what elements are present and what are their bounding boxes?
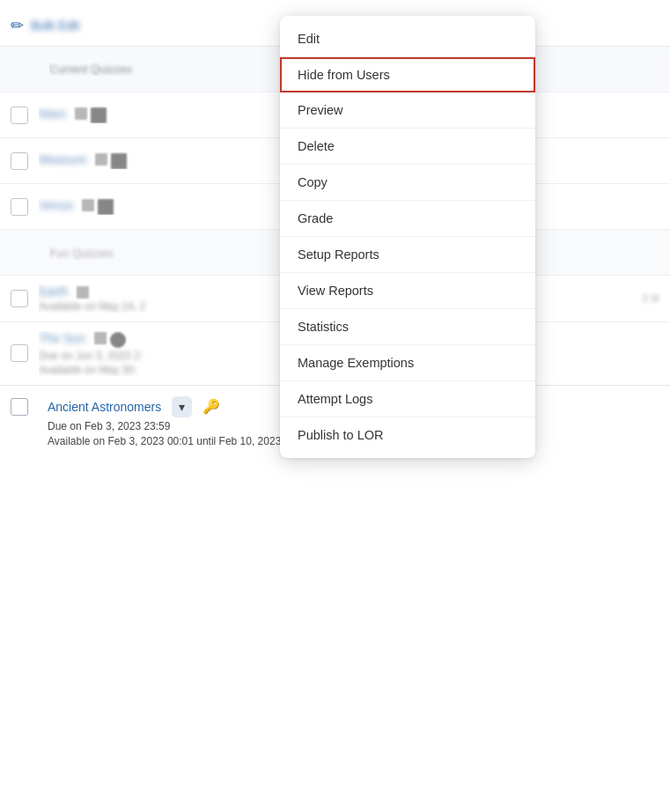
ancient-row-title: Ancient Astronomers — [48, 400, 161, 414]
menu-item-hide-from-users[interactable]: Hide from Users — [280, 57, 535, 92]
row-icons — [77, 286, 89, 299]
menu-item-statistics[interactable]: Statistics — [280, 309, 535, 345]
menu-item-edit[interactable]: Edit — [280, 21, 535, 57]
row-icons — [82, 199, 114, 215]
row-icon — [75, 107, 87, 120]
row-item-title: Venus — [39, 198, 73, 212]
key-icon: 🔑 — [202, 398, 220, 415]
row-checkbox[interactable] — [11, 344, 28, 362]
row-icons — [94, 332, 126, 348]
menu-item-preview[interactable]: Preview — [280, 92, 535, 129]
row-checkbox[interactable] — [11, 398, 28, 416]
menu-item-manage-exemptions[interactable]: Manage Exemptions — [280, 345, 535, 381]
context-menu: Edit Hide from Users Preview Delete Copy… — [280, 16, 535, 458]
row-icons — [75, 107, 107, 123]
row-icon — [77, 286, 89, 299]
ancient-row-dropdown-button[interactable]: ▾ — [172, 396, 192, 417]
row-right-info: 3 M — [642, 292, 659, 305]
row-checkbox[interactable] — [11, 152, 28, 170]
row-icon — [111, 153, 127, 169]
row-icon — [91, 107, 107, 123]
header-title: Current Quizzes — [49, 63, 132, 76]
menu-item-delete[interactable]: Delete — [280, 129, 535, 165]
menu-item-attempt-logs[interactable]: Attempt Logs — [280, 381, 535, 417]
row-checkbox[interactable] — [11, 290, 28, 307]
chevron-down-icon: ▾ — [179, 400, 185, 414]
menu-item-grade[interactable]: Grade — [280, 201, 535, 237]
row-icon — [94, 332, 107, 344]
menu-item-publish-to-lor[interactable]: Publish to LOR — [280, 417, 535, 453]
row-icon — [82, 199, 94, 211]
row-item-title: Mars — [39, 107, 66, 121]
row-item-title: The Sun — [39, 331, 85, 345]
row-item-title: Earth — [39, 284, 68, 299]
row-icons — [95, 153, 127, 169]
row-icon — [95, 153, 107, 166]
group-title: Fun Quizzes — [49, 247, 114, 260]
menu-item-copy[interactable]: Copy — [280, 165, 535, 201]
bulk-edit-icon: ✏ — [11, 16, 24, 35]
menu-item-setup-reports[interactable]: Setup Reports — [280, 237, 535, 273]
row-checkbox[interactable] — [11, 198, 28, 216]
bulk-edit-label: Bulk Edit — [31, 18, 79, 33]
row-item-title: Measure — [39, 152, 86, 166]
menu-item-view-reports[interactable]: View Reports — [280, 273, 535, 309]
row-checkbox[interactable] — [11, 107, 28, 124]
row-icon — [110, 332, 126, 348]
row-icon — [98, 199, 114, 215]
